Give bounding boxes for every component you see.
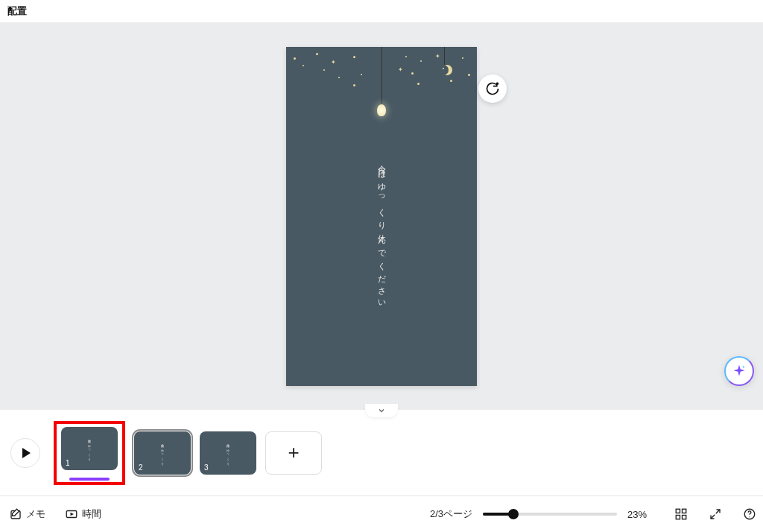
thumbnail-2[interactable]: 今日はゆっくり 2 — [134, 431, 191, 475]
duration-button[interactable]: 時間 — [60, 503, 106, 525]
svg-rect-5 — [676, 509, 680, 513]
bottom-bar: メモ 時間 2/3ページ 23% — [0, 496, 763, 532]
thumbnail-number: 2 — [139, 463, 143, 472]
help-button[interactable] — [738, 502, 762, 526]
help-icon — [743, 507, 756, 521]
page-indicator[interactable]: 2/3ページ — [430, 507, 472, 521]
page-canvas[interactable]: ✦ ✦ ✦ 今日はゆっくり休んでください — [286, 47, 477, 386]
moon-string — [444, 47, 445, 65]
play-button[interactable] — [10, 438, 40, 468]
fullscreen-icon — [709, 507, 722, 521]
svg-point-12 — [749, 516, 750, 517]
thumbnails-strip: 今日はゆっくり 1 今日はゆっくり 2 今日はゆっくり 3 + — [0, 410, 763, 496]
duration-label: 時間 — [82, 507, 101, 521]
zoom-percent-label[interactable]: 23% — [627, 509, 659, 520]
svg-rect-6 — [683, 509, 686, 513]
notes-label: メモ — [26, 507, 45, 521]
grid-view-button[interactable] — [669, 502, 693, 526]
thumbnail-number: 3 — [204, 463, 209, 472]
thumbnail-3[interactable]: 今日はゆっくり 3 — [200, 431, 256, 475]
refresh-button[interactable] — [478, 75, 507, 103]
thumbnail-number: 1 — [66, 459, 70, 467]
sparkle-icon — [732, 364, 747, 379]
notes-icon — [9, 507, 22, 521]
zoom-slider[interactable] — [483, 513, 617, 516]
svg-rect-8 — [683, 516, 686, 519]
svg-marker-4 — [71, 513, 75, 516]
notes-button[interactable]: メモ — [4, 503, 50, 525]
magic-button[interactable] — [724, 356, 754, 386]
canvas-area: ✦ ✦ ✦ 今日はゆっくり休んでください — [0, 22, 763, 410]
add-page-button[interactable]: + — [265, 431, 322, 475]
zoom-slider-knob[interactable] — [508, 509, 519, 519]
plus-icon: + — [288, 441, 299, 464]
thumbnail-1[interactable]: 今日はゆっくり 1 — [61, 427, 118, 470]
moon-icon — [442, 65, 452, 75]
tool-position-label[interactable]: 配置 — [7, 5, 27, 16]
thumbnail-highlight-box: 今日はゆっくり 1 — [54, 421, 125, 485]
svg-line-10 — [716, 510, 720, 513]
bulb-icon — [377, 104, 386, 116]
collapse-panel-toggle[interactable] — [365, 404, 398, 417]
bulb-string — [382, 47, 382, 107]
chevron-down-icon — [377, 406, 386, 415]
fullscreen-button[interactable] — [703, 502, 727, 526]
play-icon — [22, 448, 31, 458]
duration-icon — [65, 507, 78, 521]
canvas-main-text[interactable]: 今日はゆっくり休んでください — [378, 159, 386, 307]
svg-rect-7 — [676, 516, 680, 519]
svg-line-9 — [711, 515, 715, 519]
thumbnail-duration-bar[interactable] — [69, 478, 110, 481]
grid-view-icon — [674, 507, 688, 521]
refresh-plus-icon — [485, 81, 500, 96]
